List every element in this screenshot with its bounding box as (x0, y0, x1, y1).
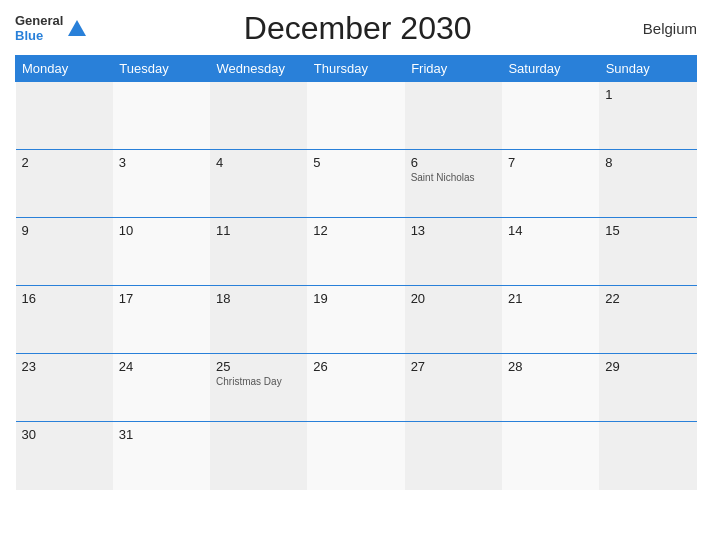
table-row: 2 (16, 150, 113, 218)
day-number: 28 (508, 359, 593, 374)
col-header-saturday: Saturday (502, 56, 599, 82)
day-number: 1 (605, 87, 690, 102)
table-row (307, 422, 404, 490)
day-number: 21 (508, 291, 593, 306)
table-row: 22 (599, 286, 696, 354)
table-row (16, 82, 113, 150)
calendar-header: General Blue December 2030 Belgium (15, 10, 697, 47)
table-row: 26 (307, 354, 404, 422)
day-number: 7 (508, 155, 593, 170)
col-header-monday: Monday (16, 56, 113, 82)
day-number: 5 (313, 155, 398, 170)
table-row: 31 (113, 422, 210, 490)
day-number: 26 (313, 359, 398, 374)
table-row (599, 422, 696, 490)
table-row: 11 (210, 218, 307, 286)
day-number: 23 (22, 359, 107, 374)
table-row: 17 (113, 286, 210, 354)
table-row: 20 (405, 286, 502, 354)
calendar-table: MondayTuesdayWednesdayThursdayFridaySatu… (15, 55, 697, 490)
day-number: 15 (605, 223, 690, 238)
table-row (405, 422, 502, 490)
table-row: 18 (210, 286, 307, 354)
day-number: 20 (411, 291, 496, 306)
day-number: 16 (22, 291, 107, 306)
table-row: 7 (502, 150, 599, 218)
day-number: 12 (313, 223, 398, 238)
table-row (307, 82, 404, 150)
day-number: 6 (411, 155, 496, 170)
table-row (210, 82, 307, 150)
calendar-header-row: MondayTuesdayWednesdayThursdayFridaySatu… (16, 56, 697, 82)
table-row: 25Christmas Day (210, 354, 307, 422)
table-row (113, 82, 210, 150)
event-label: Christmas Day (216, 376, 301, 387)
table-row: 3 (113, 150, 210, 218)
col-header-thursday: Thursday (307, 56, 404, 82)
day-number: 4 (216, 155, 301, 170)
calendar-body: 123456Saint Nicholas78910111213141516171… (16, 82, 697, 490)
day-number: 22 (605, 291, 690, 306)
day-number: 24 (119, 359, 204, 374)
table-row: 27 (405, 354, 502, 422)
table-row: 5 (307, 150, 404, 218)
day-number: 8 (605, 155, 690, 170)
table-row: 13 (405, 218, 502, 286)
day-number: 11 (216, 223, 301, 238)
logo-icon (66, 18, 88, 40)
table-row (210, 422, 307, 490)
col-header-tuesday: Tuesday (113, 56, 210, 82)
table-row: 23 (16, 354, 113, 422)
day-number: 19 (313, 291, 398, 306)
col-header-friday: Friday (405, 56, 502, 82)
table-row: 30 (16, 422, 113, 490)
table-row: 21 (502, 286, 599, 354)
day-number: 25 (216, 359, 301, 374)
table-row: 10 (113, 218, 210, 286)
day-number: 18 (216, 291, 301, 306)
logo-general: General (15, 14, 63, 28)
svg-marker-0 (68, 20, 86, 36)
event-label: Saint Nicholas (411, 172, 496, 183)
table-row: 6Saint Nicholas (405, 150, 502, 218)
day-number: 2 (22, 155, 107, 170)
table-row (405, 82, 502, 150)
table-row (502, 422, 599, 490)
day-number: 9 (22, 223, 107, 238)
table-row: 14 (502, 218, 599, 286)
table-row: 1 (599, 82, 696, 150)
table-row: 28 (502, 354, 599, 422)
table-row: 24 (113, 354, 210, 422)
table-row: 16 (16, 286, 113, 354)
day-number: 14 (508, 223, 593, 238)
col-header-wednesday: Wednesday (210, 56, 307, 82)
logo-blue: Blue (15, 29, 63, 43)
calendar-title: December 2030 (88, 10, 627, 47)
table-row: 9 (16, 218, 113, 286)
table-row: 4 (210, 150, 307, 218)
table-row: 15 (599, 218, 696, 286)
table-row: 8 (599, 150, 696, 218)
calendar-container: General Blue December 2030 Belgium Monda… (0, 0, 712, 550)
table-row: 29 (599, 354, 696, 422)
day-number: 29 (605, 359, 690, 374)
day-number: 31 (119, 427, 204, 442)
day-number: 13 (411, 223, 496, 238)
day-number: 27 (411, 359, 496, 374)
day-number: 10 (119, 223, 204, 238)
col-header-sunday: Sunday (599, 56, 696, 82)
day-number: 30 (22, 427, 107, 442)
logo: General Blue (15, 14, 88, 43)
table-row (502, 82, 599, 150)
calendar-country: Belgium (627, 20, 697, 37)
logo-text: General Blue (15, 14, 63, 43)
day-number: 17 (119, 291, 204, 306)
table-row: 12 (307, 218, 404, 286)
table-row: 19 (307, 286, 404, 354)
day-number: 3 (119, 155, 204, 170)
